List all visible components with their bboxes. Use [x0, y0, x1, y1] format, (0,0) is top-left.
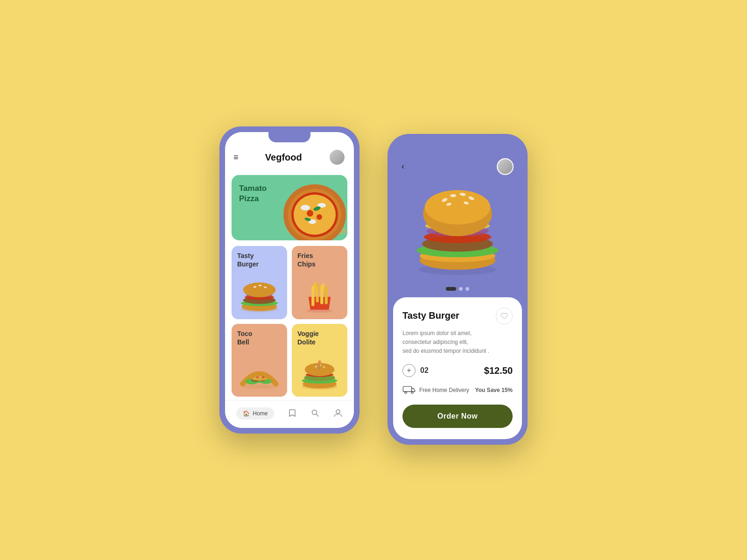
home-icon: 🏠 — [243, 410, 250, 417]
profile-icon — [333, 408, 343, 419]
title-row: Tasty Burger — [402, 308, 513, 324]
svg-point-5 — [301, 205, 310, 210]
svg-point-18 — [243, 282, 276, 297]
taco-card[interactable]: TocoBell — [232, 324, 287, 397]
svg-point-8 — [307, 210, 313, 217]
svg-point-69 — [405, 392, 407, 393]
banner-card[interactable]: TamatoPizza — [232, 175, 347, 240]
svg-point-37 — [252, 378, 267, 380]
taco-card-title: TocoBell — [237, 329, 282, 346]
scene: ≡ Vegfood TamatoPizza — [201, 97, 546, 464]
burger-card-title: TastyBurger — [237, 252, 282, 268]
delivery-icon — [402, 384, 416, 396]
voggie-card-title: VoggieDolite — [297, 329, 342, 346]
fries-image — [297, 272, 342, 314]
burger-card[interactable]: TastyBurger — [232, 246, 287, 319]
svg-point-61 — [425, 190, 490, 224]
detail-panel: Tasty Burger Lorem ipsum dolor sit amet,… — [393, 297, 522, 440]
delivery-row: Free Home Delivery You Save 15% — [402, 384, 513, 396]
svg-point-70 — [411, 392, 413, 393]
nav-profile[interactable] — [333, 408, 343, 419]
burger-image — [237, 272, 282, 314]
pagination-dots — [393, 287, 522, 297]
favorite-button[interactable] — [496, 308, 513, 324]
back-button[interactable]: ‹ — [402, 161, 404, 171]
svg-line-50 — [316, 414, 318, 416]
svg-rect-68 — [403, 386, 411, 392]
svg-rect-22 — [311, 286, 314, 306]
fries-card[interactable]: FriesChips — [292, 246, 347, 319]
product-image — [393, 180, 522, 287]
detail-phone-notch — [437, 140, 479, 150]
quantity-control: + 02 — [402, 364, 429, 377]
search-icon — [310, 408, 320, 419]
banner-title: TamatoPizza — [239, 183, 267, 204]
phone-notch — [268, 132, 310, 142]
home-content: TamatoPizza — [225, 171, 354, 400]
delivery-label: Free Home Delivery — [419, 387, 469, 393]
menu-icon[interactable]: ≡ — [233, 153, 239, 162]
taco-image — [237, 349, 282, 391]
fries-card-title: FriesChips — [297, 252, 342, 268]
quantity-plus-button[interactable]: + — [402, 364, 416, 377]
svg-point-29 — [243, 384, 276, 389]
svg-point-48 — [318, 360, 321, 363]
svg-point-4 — [294, 195, 336, 235]
detail-avatar[interactable] — [497, 158, 514, 175]
qty-price-row: + 02 $12.50 — [402, 364, 513, 377]
nav-search[interactable] — [310, 408, 320, 419]
svg-point-9 — [317, 214, 322, 220]
save-badge: You Save 15% — [475, 387, 513, 393]
voggie-image — [297, 349, 342, 391]
food-cards-grid: TastyBurger — [232, 246, 347, 397]
product-description: Lorem ipsum dolor sit amet,consectetur a… — [402, 329, 513, 356]
voggie-card[interactable]: VoggieDolite — [292, 324, 347, 397]
pizza-image — [277, 175, 347, 240]
avatar[interactable] — [329, 149, 345, 166]
dot-2[interactable] — [459, 287, 463, 291]
order-now-button[interactable]: Order Now — [402, 405, 513, 428]
app-title: Vegfood — [265, 152, 302, 163]
svg-point-20 — [259, 285, 261, 286]
home-screen: ≡ Vegfood TamatoPizza — [225, 132, 354, 428]
left-phone: ≡ Vegfood TamatoPizza — [219, 126, 359, 434]
delivery-info: Free Home Delivery — [402, 384, 469, 396]
product-price: $12.50 — [484, 365, 513, 376]
product-title: Tasty Burger — [402, 310, 459, 321]
nav-home[interactable]: 🏠 Home — [236, 407, 274, 420]
bookmark-icon — [288, 408, 297, 419]
detail-screen: ‹ — [393, 140, 522, 440]
right-phone: ‹ — [388, 134, 528, 445]
svg-point-28 — [307, 309, 332, 313]
bottom-nav: 🏠 Home — [225, 400, 354, 428]
dot-3[interactable] — [465, 287, 469, 291]
dot-1[interactable] — [446, 287, 456, 291]
svg-point-63 — [450, 194, 456, 197]
nav-bookmark[interactable] — [288, 408, 297, 419]
home-label: Home — [253, 410, 268, 417]
quantity-value: 02 — [420, 366, 429, 375]
svg-point-51 — [336, 410, 340, 413]
svg-rect-25 — [325, 286, 328, 304]
